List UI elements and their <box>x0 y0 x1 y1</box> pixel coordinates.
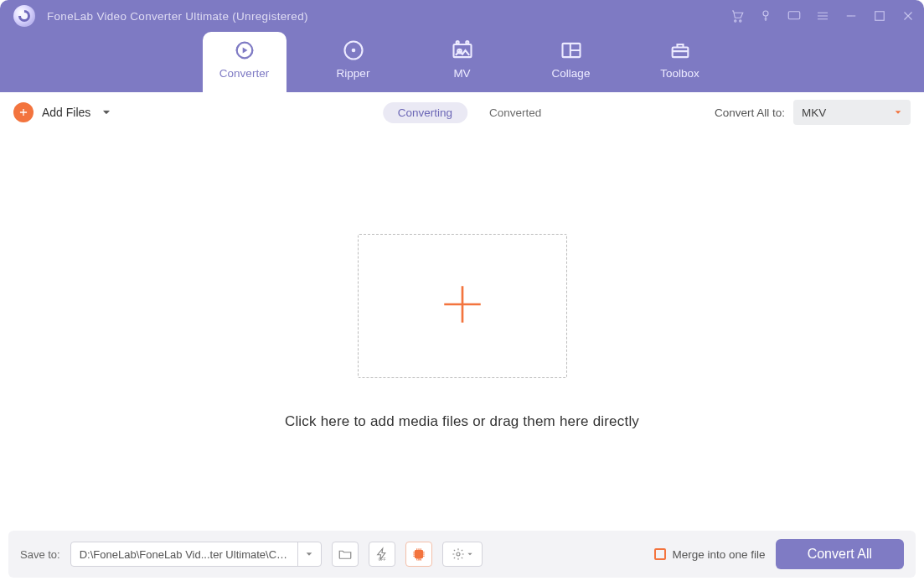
tab-converted[interactable]: Converted <box>489 106 541 119</box>
output-format-value: MKV <box>802 106 826 119</box>
convert-all-button[interactable]: Convert All <box>776 539 904 569</box>
tab-mv[interactable]: MV <box>421 32 504 92</box>
plus-icon <box>438 280 487 332</box>
chevron-down-icon <box>894 105 902 120</box>
close-icon[interactable] <box>901 8 916 23</box>
tab-mv-label: MV <box>453 67 470 80</box>
titlebar: FoneLab Video Converter Ultimate (Unregi… <box>0 0 924 32</box>
tab-ripper-label: Ripper <box>337 67 370 80</box>
nav-tabs: Converter Ripper MV Collage Toolbox <box>0 32 924 92</box>
chevron-down-icon[interactable] <box>102 105 111 120</box>
collage-icon <box>560 39 583 62</box>
svg-point-10 <box>456 41 458 44</box>
speech-icon[interactable] <box>787 8 802 23</box>
cart-icon[interactable] <box>730 8 745 23</box>
svg-text:OFF: OFF <box>378 557 385 562</box>
toolbar: Add Files Converting Converted Convert A… <box>8 92 916 132</box>
tab-converter-label: Converter <box>219 67 269 80</box>
svg-point-11 <box>466 41 468 44</box>
gpu-toggle-on[interactable]: ON <box>405 542 432 567</box>
window-title: FoneLab Video Converter Ultimate (Unregi… <box>47 10 308 23</box>
title-actions <box>730 8 916 23</box>
plus-icon <box>13 102 34 122</box>
dropzone-hint: Click here to add media files or drag th… <box>285 413 639 430</box>
dropzone-area: Click here to add media files or drag th… <box>8 132 916 531</box>
menu-icon[interactable] <box>815 8 830 23</box>
merge-checkbox[interactable]: Merge into one file <box>654 548 766 561</box>
maximize-icon[interactable] <box>872 8 887 23</box>
content-area: Add Files Converting Converted Convert A… <box>0 92 924 586</box>
svg-point-0 <box>735 20 736 22</box>
convert-all-to-group: Convert All to: MKV <box>715 100 911 125</box>
save-path-field: D:\FoneLab\FoneLab Vid...ter Ultimate\Co… <box>70 542 322 567</box>
conversion-filter: Converting Converted <box>383 102 542 123</box>
app-logo <box>13 5 35 27</box>
output-format-dropdown[interactable]: MKV <box>793 100 911 125</box>
app-window: FoneLab Video Converter Ultimate (Unregi… <box>0 0 924 586</box>
merge-label: Merge into one file <box>673 548 766 561</box>
svg-point-7 <box>351 49 355 53</box>
mv-icon <box>451 39 474 62</box>
svg-rect-16 <box>416 552 421 557</box>
svg-rect-13 <box>672 48 688 58</box>
save-to-label: Save to: <box>20 548 60 561</box>
bottom-bar: Save to: D:\FoneLab\FoneLab Vid...ter Ul… <box>8 531 916 578</box>
svg-rect-4 <box>875 12 885 21</box>
svg-point-1 <box>740 20 741 22</box>
ripper-icon <box>342 39 365 62</box>
save-path-dropdown[interactable] <box>297 542 321 566</box>
tab-collage-label: Collage <box>552 67 591 80</box>
key-icon[interactable] <box>758 8 773 23</box>
tab-toolbox[interactable]: Toolbox <box>638 32 722 92</box>
toolbox-icon <box>668 39 692 62</box>
checkbox-icon <box>654 548 666 560</box>
tab-ripper[interactable]: Ripper <box>312 32 395 92</box>
minimize-icon[interactable] <box>844 8 859 23</box>
add-files-button[interactable]: Add Files <box>13 102 111 122</box>
tab-toolbox-label: Toolbox <box>660 67 699 80</box>
dropzone[interactable] <box>358 234 567 378</box>
open-folder-button[interactable] <box>332 542 359 567</box>
svg-point-18 <box>457 552 460 556</box>
add-files-label: Add Files <box>42 106 90 119</box>
task-settings-dropdown[interactable] <box>442 542 483 567</box>
svg-text:ON: ON <box>416 557 421 562</box>
tab-converting[interactable]: Converting <box>383 102 467 123</box>
svg-point-2 <box>763 11 768 16</box>
save-path-value: D:\FoneLab\FoneLab Vid...ter Ultimate\Co… <box>71 548 297 561</box>
lightspeed-toggle-off[interactable]: OFF <box>369 542 395 567</box>
convert-all-to-label: Convert All to: <box>715 106 785 119</box>
tab-collage[interactable]: Collage <box>529 32 613 92</box>
converter-icon <box>233 39 256 62</box>
tab-converter[interactable]: Converter <box>203 32 286 92</box>
